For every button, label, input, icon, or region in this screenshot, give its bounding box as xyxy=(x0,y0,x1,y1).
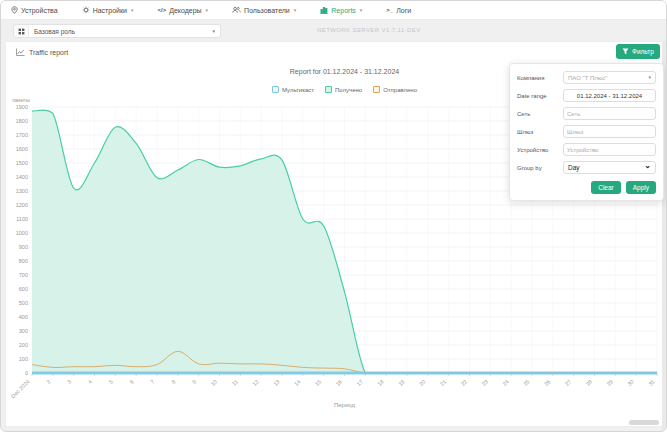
svg-text:3: 3 xyxy=(66,378,72,384)
group-by-label: Group by xyxy=(517,165,563,171)
group-by-select-value: Day xyxy=(568,164,580,171)
svg-text:20: 20 xyxy=(418,378,427,387)
svg-text:16: 16 xyxy=(335,378,344,387)
nav-label: Декодеры xyxy=(169,7,201,14)
top-navbar: Устройства Настройки ▾ </> Декодеры ▾ По… xyxy=(1,1,666,20)
svg-text:400: 400 xyxy=(19,314,28,320)
nav-label: Пользователи xyxy=(244,7,290,14)
svg-text:4: 4 xyxy=(87,378,93,384)
legend-item-multicast[interactable]: Мультикаст xyxy=(272,86,314,93)
legend-item-sent[interactable]: Отправлено xyxy=(373,86,417,93)
svg-text:26: 26 xyxy=(543,378,552,387)
nav-item-devices[interactable]: Устройства xyxy=(11,6,58,15)
code-icon: </> xyxy=(157,7,166,13)
chevron-down-icon: ▾ xyxy=(360,8,363,13)
page-title: Traffic report xyxy=(16,48,68,57)
nav-item-reports[interactable]: Reports ▾ xyxy=(320,6,362,15)
svg-text:1400: 1400 xyxy=(16,174,28,180)
svg-text:7: 7 xyxy=(149,378,155,384)
svg-text:30: 30 xyxy=(626,378,635,387)
gateway-input[interactable] xyxy=(563,125,656,138)
filter-button-label: Фильтр xyxy=(632,48,654,55)
svg-text:21: 21 xyxy=(439,378,448,387)
users-icon xyxy=(232,6,241,15)
role-select[interactable]: Базовая роль ▾ xyxy=(13,24,221,38)
svg-text:5: 5 xyxy=(108,378,114,384)
svg-text:300: 300 xyxy=(19,328,28,334)
nav-item-logs[interactable]: >_ Логи xyxy=(386,7,411,14)
date-range-input[interactable] xyxy=(563,89,656,102)
svg-text:22: 22 xyxy=(460,378,469,387)
pin-icon xyxy=(11,6,18,15)
svg-text:11: 11 xyxy=(231,378,239,386)
svg-text:18: 18 xyxy=(376,378,385,387)
clear-button[interactable]: Clear xyxy=(591,181,621,194)
legend-label: Мультикаст xyxy=(282,87,314,93)
nav-label: Устройства xyxy=(21,7,58,14)
device-input[interactable] xyxy=(563,143,656,156)
svg-text:24: 24 xyxy=(501,378,510,387)
horizontal-scrollbar-thumb[interactable] xyxy=(629,420,659,425)
legend-swatch-received xyxy=(325,86,332,93)
svg-text:13: 13 xyxy=(272,378,281,387)
svg-text:17: 17 xyxy=(355,378,364,387)
svg-text:600: 600 xyxy=(19,286,28,292)
chevron-down-icon: ▾ xyxy=(131,8,134,13)
page-title-text: Traffic report xyxy=(29,49,68,56)
svg-text:12: 12 xyxy=(251,378,260,387)
svg-text:8: 8 xyxy=(170,378,176,384)
nav-label: Настройки xyxy=(93,7,127,14)
nav-item-users[interactable]: Пользователи ▾ xyxy=(232,6,296,15)
svg-text:9: 9 xyxy=(191,378,197,384)
chevron-down-icon: ▾ xyxy=(648,75,651,80)
role-select-value: Базовая роль xyxy=(29,28,212,35)
nav-label: Логи xyxy=(396,7,411,14)
svg-text:700: 700 xyxy=(19,272,28,278)
server-version-label: NETWORK SERVER V1.7.11-DEV xyxy=(317,27,421,33)
company-select-value: ПАО "Т Плюс" xyxy=(568,75,607,81)
svg-text:25: 25 xyxy=(522,378,531,387)
svg-text:6: 6 xyxy=(128,378,134,384)
funnel-icon xyxy=(622,48,629,56)
chevron-down-icon: ▾ xyxy=(206,8,209,13)
legend-item-received[interactable]: Получено xyxy=(325,86,362,93)
svg-text:1700: 1700 xyxy=(16,132,28,138)
chevron-down-icon: ⌄ xyxy=(644,162,651,170)
traffic-report-icon xyxy=(16,48,25,57)
svg-text:15: 15 xyxy=(314,378,323,387)
app-window: Устройства Настройки ▾ </> Декодеры ▾ По… xyxy=(0,0,667,432)
svg-text:пакеты: пакеты xyxy=(12,97,30,103)
svg-text:0: 0 xyxy=(25,370,28,376)
svg-text:1200: 1200 xyxy=(16,202,28,208)
apply-button[interactable]: Apply xyxy=(626,181,656,194)
legend-swatch-sent xyxy=(373,86,380,93)
nav-item-settings[interactable]: Настройки ▾ xyxy=(82,6,134,15)
chevron-down-icon: ▾ xyxy=(294,8,297,13)
svg-text:1000: 1000 xyxy=(16,230,28,236)
svg-text:1900: 1900 xyxy=(16,104,28,110)
terminal-icon: >_ xyxy=(386,7,393,13)
svg-text:14: 14 xyxy=(293,378,302,387)
network-input[interactable] xyxy=(563,107,656,120)
svg-text:1300: 1300 xyxy=(16,188,28,194)
legend-label: Получено xyxy=(335,87,362,93)
svg-text:100: 100 xyxy=(19,356,28,362)
svg-text:19: 19 xyxy=(397,378,406,387)
svg-text:28: 28 xyxy=(585,378,594,387)
legend-swatch-multicast xyxy=(272,86,279,93)
filter-panel: Компания ПАО "Т Плюс" ▾ Date range Сеть … xyxy=(509,63,664,201)
gateway-label: Шлюз xyxy=(517,129,563,135)
svg-text:900: 900 xyxy=(19,244,28,250)
role-grid-icon xyxy=(14,25,29,37)
svg-text:23: 23 xyxy=(480,378,489,387)
nav-item-decoders[interactable]: </> Декодеры ▾ xyxy=(157,7,208,14)
nav-label: Reports xyxy=(331,7,356,14)
gear-icon xyxy=(82,6,90,15)
company-label: Компания xyxy=(517,75,563,81)
group-by-select[interactable]: Day ⌄ xyxy=(563,161,656,174)
svg-text:1600: 1600 xyxy=(16,146,28,152)
sub-toolbar: Базовая роль ▾ NETWORK SERVER V1.7.11-DE… xyxy=(1,20,666,41)
filter-button[interactable]: Фильтр xyxy=(616,44,660,59)
svg-text:800: 800 xyxy=(19,258,28,264)
company-select[interactable]: ПАО "Т Плюс" ▾ xyxy=(563,71,656,84)
